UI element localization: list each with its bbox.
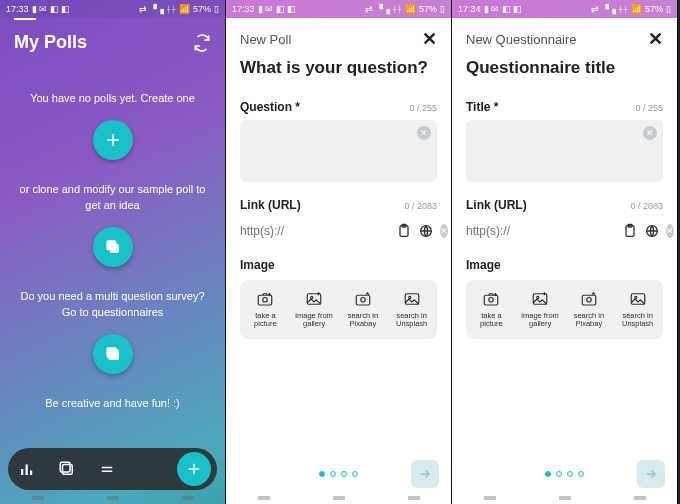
screen-my-polls: 17:33▮ ✉ ◧ ◧ ⇄ ▝▗ ⟊⟊ 📶57%▯ My Polls You … [0,0,226,504]
dot-3 [567,471,573,477]
image-label: Image [466,258,663,272]
form-header: New Questionnaire ✕ [452,18,677,54]
android-soft-keys [452,492,677,504]
status-battery: 57% [645,4,663,14]
image-options: take a picture image from gallery search… [466,280,663,339]
form-title: Questionnaire title [452,54,677,88]
landing-msg-4: Be creative and have fun! :) [45,396,180,411]
landing-msg-1: You have no polls yet. Create one [30,91,195,106]
status-icons-left: ▮ ✉ ◧ ◧ [484,4,523,14]
link-input[interactable] [466,218,616,244]
page-title: My Polls [14,32,87,53]
clear-title-icon[interactable]: ✕ [643,126,657,140]
android-soft-keys [0,492,225,504]
form-header-title: New Questionnaire [466,32,577,47]
image-opt-unsplash-label: search in Unsplash [392,312,431,329]
next-button[interactable] [637,460,665,488]
page-dots [545,471,584,477]
nav-add-button[interactable] [177,452,211,486]
screen-new-poll: 17:33▮ ✉ ◧ ◧ ⇄ ▝▗ ⟊⟊ 📶57%▯ New Poll ✕ Wh… [226,0,452,504]
image-section: Image take a picture image from gallery … [226,244,451,339]
form-header-title: New Poll [240,32,291,47]
image-opt-gallery[interactable]: image from gallery [519,286,562,333]
paste-icon[interactable] [622,222,638,240]
nav-questionnaires-icon[interactable] [58,460,76,478]
image-opt-gallery-label: image from gallery [521,312,560,329]
question-section: Question * 0 / 255 ✕ [226,88,451,186]
svg-rect-3 [21,469,23,475]
image-opt-gallery[interactable]: image from gallery [293,286,336,333]
link-input[interactable] [240,218,390,244]
create-poll-button[interactable] [93,120,133,160]
image-options: take a picture image from gallery search… [240,280,437,339]
plus-icon [186,461,202,477]
form-footer [226,458,451,490]
dot-3 [341,471,347,477]
image-opt-gallery-label: image from gallery [295,312,334,329]
clear-question-icon[interactable]: ✕ [417,126,431,140]
bottom-nav [8,448,217,490]
image-opt-pixabay[interactable]: search in Pixabay [342,286,385,333]
image-opt-camera-label: take a picture [246,312,285,329]
svg-rect-4 [26,465,28,476]
title-input[interactable] [466,120,663,182]
dot-2 [330,471,336,477]
clear-link-icon[interactable]: ✕ [666,224,674,238]
clear-link-icon[interactable]: ✕ [440,224,448,238]
image-label: Image [240,258,437,272]
globe-icon[interactable] [644,222,660,240]
paste-icon[interactable] [396,222,412,240]
title-accent [14,18,36,20]
image-opt-camera[interactable]: take a picture [470,286,513,333]
android-soft-keys [226,492,451,504]
landing-msg-3: Do you need a multi question survey? Go … [16,289,209,320]
questionnaire-icon [105,346,121,362]
image-opt-pixabay[interactable]: search in Pixabay [568,286,611,333]
dot-4 [578,471,584,477]
globe-icon[interactable] [418,222,434,240]
landing-msg-2: or clone and modify our sample poll to g… [16,182,209,213]
plus-icon [104,131,122,149]
copy-icon [105,239,121,255]
svg-rect-9 [102,471,113,473]
status-time: 17:33 [6,4,29,14]
dot-1 [545,471,551,477]
go-questionnaires-button[interactable] [93,334,133,374]
svg-point-14 [263,298,268,303]
landing-content: You have no polls yet. Create one or clo… [0,59,225,504]
status-time: 17:34 [458,4,481,14]
status-bar: 17:33▮ ✉ ◧ ◧ ⇄ ▝▗ ⟊⟊ 📶57%▯ [0,0,225,18]
link-section: Link (URL) 0 / 2083 ✕ [452,186,677,244]
image-opt-camera[interactable]: take a picture [244,286,287,333]
dot-1 [319,471,325,477]
question-label: Question * [240,100,300,114]
next-button[interactable] [411,460,439,488]
svg-point-18 [361,298,366,303]
svg-rect-13 [259,295,273,305]
form-title: What is your question? [226,54,451,88]
page-dots [319,471,358,477]
image-opt-unsplash[interactable]: search in Unsplash [390,286,433,333]
question-input[interactable] [240,120,437,182]
form-header: New Poll ✕ [226,18,451,54]
nav-polls-icon[interactable] [18,460,36,478]
image-opt-unsplash[interactable]: search in Unsplash [616,286,659,333]
arrow-right-icon [644,467,658,481]
image-opt-pixabay-label: search in Pixabay [344,312,383,329]
clone-sample-button[interactable] [93,227,133,267]
image-section: Image take a picture image from gallery … [452,244,677,339]
status-icons-right: ⇄ ▝▗ ⟊⟊ 📶 [591,4,642,14]
nav-menu-icon[interactable] [98,460,116,478]
status-battery: 57% [193,4,211,14]
close-button[interactable]: ✕ [648,28,663,50]
link-label: Link (URL) [466,198,527,212]
status-icons-right: ⇄ ▝▗ ⟊⟊ 📶 [139,4,190,14]
close-button[interactable]: ✕ [422,28,437,50]
image-opt-camera-label: take a picture [472,312,511,329]
image-opt-unsplash-label: search in Unsplash [618,312,657,329]
dot-4 [352,471,358,477]
link-counter: 0 / 2083 [404,201,437,211]
battery-icon: ▯ [666,4,671,14]
svg-rect-5 [30,471,32,476]
refresh-icon[interactable] [193,34,211,52]
